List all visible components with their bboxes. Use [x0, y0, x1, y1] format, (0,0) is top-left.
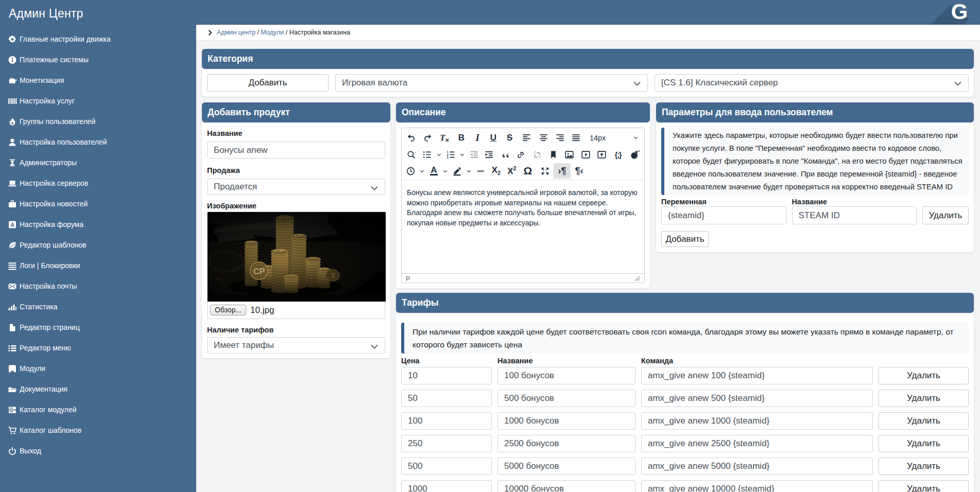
- svg-text:A: A: [10, 221, 14, 227]
- svg-text:3: 3: [446, 156, 449, 159]
